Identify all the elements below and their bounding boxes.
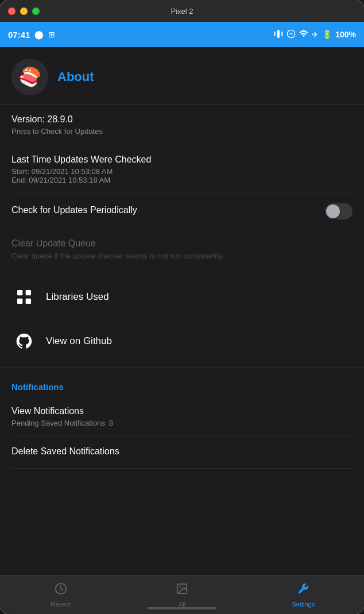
nav-icon: ⊞ [48,30,55,39]
clear-queue-sublabel: Clear queue if the update checker seems … [11,251,353,261]
svg-rect-2 [282,32,283,36]
clear-queue-label: Clear Update Queue [11,238,353,249]
clock-icon [55,582,67,598]
location-icon: ⬤ [34,30,44,39]
battery-percentage: 100% [335,30,356,39]
tab-all[interactable]: All [121,582,242,608]
toggle-thumb [326,204,340,218]
version-section: Version: 28.9.0 Press to Check for Updat… [0,105,364,271]
status-right: ✈ 🔋 100% [274,29,356,40]
minus-circle-icon [286,29,296,40]
phone-frame: Pixel 2 07:41 ⬤ ⊞ ✈ 🔋 100% � [0,0,364,614]
about-header: 🍣 About [0,47,364,105]
periodic-check-toggle[interactable] [325,203,353,219]
divider-2 [0,368,364,368]
traffic-lights [8,7,40,15]
last-check-item: Last Time Updates Were Checked Start: 09… [11,145,353,194]
app-icon-emoji: 🍣 [18,66,41,88]
status-time: 07:41 [8,30,30,40]
wrench-icon [297,582,309,598]
window-title: Pixel 2 [171,7,193,16]
last-check-title: Last Time Updates Were Checked [11,155,353,165]
recent-tab-label: Recent [51,601,71,608]
view-notifications-sublabel: Pending Saved Notifications: 8 [11,419,353,427]
end-time: End: 09/21/2021 10:53:18 AM [11,176,353,184]
libraries-github-section: Libraries Used View on Github [0,275,364,363]
libraries-label: Libraries Used [46,291,109,303]
github-label: View on Github [46,335,112,347]
all-tab-label: All [179,601,185,608]
periodic-check-label: Check for Updates Periodically [11,205,137,215]
title-bar: Pixel 2 [0,0,364,22]
vibrate-icon [274,29,283,40]
svg-rect-8 [26,299,31,304]
status-left: 07:41 ⬤ ⊞ [8,30,55,40]
version-item[interactable]: Version: 28.9.0 Press to Check for Updat… [11,105,353,145]
check-updates-sublabel: Press to Check for Updates [11,127,353,136]
svg-rect-6 [17,299,22,304]
svg-rect-7 [26,290,31,295]
libraries-icon [11,284,37,310]
minimize-button[interactable] [20,7,28,15]
delete-notifications-label: Delete Saved Notifications [11,446,353,457]
svg-rect-1 [274,32,276,36]
github-icon [11,329,37,354]
libraries-item[interactable]: Libraries Used [0,275,364,319]
notifications-section: Notifications View Notifications Pending… [0,373,364,469]
wifi-icon [299,29,308,40]
about-title: About [57,69,94,84]
clear-queue-item: Clear Update Queue Clear queue if the up… [11,229,353,271]
settings-tab-label: Settings [292,601,315,608]
home-indicator [148,607,216,609]
status-bar: 07:41 ⬤ ⊞ ✈ 🔋 100% [0,22,364,47]
periodic-check-item[interactable]: Check for Updates Periodically [11,194,353,229]
tab-settings[interactable]: Settings [243,582,364,608]
svg-rect-0 [277,30,280,37]
view-notifications-item[interactable]: View Notifications Pending Saved Notific… [11,397,353,437]
battery-icon: 🔋 [322,30,332,39]
notifications-title: Notifications [11,382,64,392]
version-label: Version: 28.9.0 [11,114,353,125]
svg-rect-5 [17,290,22,295]
airplane-icon: ✈ [312,30,319,39]
start-time: Start: 09/21/2021 10:53:08 AM [11,167,353,176]
main-content: 🍣 About Version: 28.9.0 Press to Check f… [0,47,364,575]
view-notifications-label: View Notifications [11,406,353,416]
close-button[interactable] [8,7,16,15]
svg-point-11 [179,586,181,588]
delete-notifications-item[interactable]: Delete Saved Notifications [11,437,353,469]
maximize-button[interactable] [32,7,40,15]
github-item[interactable]: View on Github [0,319,364,363]
app-icon: 🍣 [11,59,48,95]
tab-recent[interactable]: Recent [0,582,121,608]
image-icon [176,582,188,598]
notifications-header: Notifications [11,373,353,397]
